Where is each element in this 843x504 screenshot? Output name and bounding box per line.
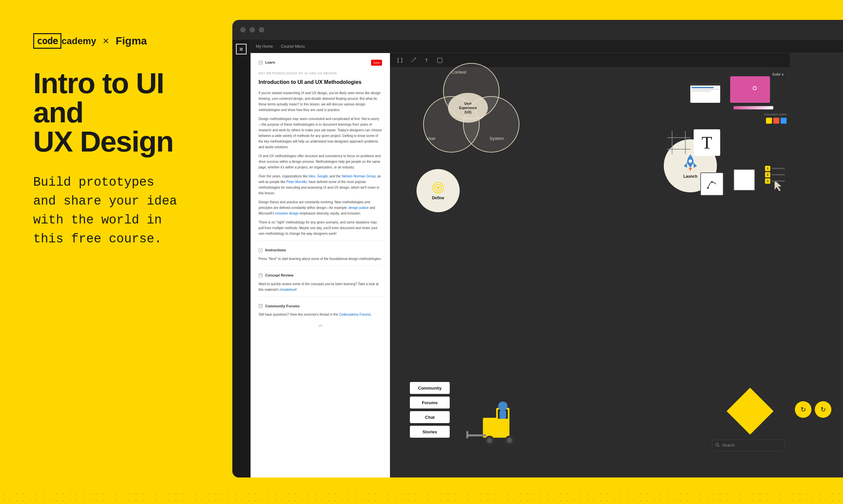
refresh-circle-2[interactable]: ↻: [815, 401, 831, 418]
lesson-para-2: Design methodologies may seem convoluted…: [259, 116, 382, 150]
lesson-para-1: If you've started researching UI and UX …: [259, 90, 382, 113]
instructions-section[interactable]: ✓ Instructions: [259, 245, 382, 256]
figma-logo: Figma: [116, 35, 147, 47]
svg-rect-28: [499, 411, 506, 419]
figma-pen-box: [700, 173, 724, 196]
browser-dot-1: [240, 27, 246, 33]
refresh-circle-1[interactable]: ↻: [795, 401, 811, 418]
nav-myhome[interactable]: My Home: [256, 44, 273, 49]
community-button[interactable]: Community: [410, 382, 450, 394]
lesson-para-3: UI and UX methodologies offer structure …: [259, 153, 382, 170]
chat-button[interactable]: Chat: [410, 411, 450, 423]
logo-bar: codecademy × Figma: [33, 33, 219, 49]
lesson-header: ☐ Learn Save: [259, 60, 382, 66]
solid-dropdown[interactable]: Solid ∨: [769, 71, 787, 77]
instructions-icon: ✓: [259, 248, 262, 252]
instructions-text: Press "Next" to start learning about som…: [259, 256, 382, 262]
venn-ux-label: UserExperience(UX): [459, 102, 477, 114]
figma-pink-rect: [730, 76, 770, 103]
stories-button[interactable]: Stories: [410, 426, 450, 438]
page-number: 1/9: [259, 321, 382, 330]
community-section: Community Forums Chat Stories: [410, 382, 450, 438]
app-sidebar: ⊡: [232, 40, 251, 478]
sidebar-logo: ⊡: [236, 44, 246, 54]
forums-button[interactable]: Forums: [410, 397, 450, 409]
svg-rect-22: [466, 431, 468, 438]
figma-square-element: [734, 169, 755, 191]
lesson-para-5: Design theory and practice are constantl…: [259, 199, 382, 216]
browser-container: ⊡ My Home Course Menu ☐ Learn Save KEY M…: [232, 20, 843, 478]
figma-text-element: T: [694, 129, 720, 156]
learn-label: Learn: [265, 60, 275, 66]
search-bar[interactable]: Search: [712, 440, 785, 451]
app-nav-bar: My Home Course Menu: [251, 40, 843, 53]
concept-icon: ☐: [259, 273, 262, 277]
learn-icon: ☐: [259, 61, 262, 65]
browser-dot-3: [259, 27, 264, 33]
main-title: Intro to UI and UX Design: [33, 69, 219, 156]
svg-point-11: [689, 160, 692, 163]
svg-point-26: [507, 438, 512, 443]
app-main: My Home Course Menu ☐ Learn Save KEY MET…: [251, 40, 843, 478]
forklift-area: [463, 398, 523, 451]
svg-point-24: [487, 438, 492, 443]
browser-content: ⊡ My Home Course Menu ☐ Learn Save KEY M…: [232, 40, 843, 478]
svg-point-16: [711, 181, 713, 183]
cademy-text: cademy: [62, 36, 96, 47]
svg-rect-4: [398, 58, 398, 63]
figma-list-element: [690, 83, 720, 103]
lesson-title: Introduction to UI and UX Methodologies: [259, 78, 382, 87]
svg-point-27: [498, 401, 507, 411]
swatch-orange[interactable]: [773, 118, 779, 124]
figma-frame-element: [667, 131, 690, 154]
swatch-yellow[interactable]: [766, 118, 772, 124]
define-circle: Define: [416, 169, 460, 212]
browser-chrome: [232, 20, 843, 40]
left-section: codecademy × Figma Intro to UI and UX De…: [33, 33, 219, 248]
concept-review-label: Concept Review: [265, 273, 293, 278]
yellow-diamond: [726, 388, 773, 434]
community-forums-section[interactable]: ☐ Community Forums: [259, 301, 382, 312]
times-sign: ×: [103, 35, 109, 47]
figma-canvas: T: [390, 53, 843, 478]
subtitle: Build prototypesand share your ideawith …: [33, 173, 219, 248]
svg-line-30: [718, 446, 719, 447]
svg-point-17: [707, 187, 709, 189]
lesson-tag: KEY METHODOLOGIES OF UI AND UX DESIGN: [259, 71, 382, 76]
launch-label: Launch: [683, 174, 698, 179]
app-body: ☐ Learn Save KEY METHODOLOGIES OF UI AND…: [251, 53, 843, 478]
venn-system-label: System: [489, 136, 504, 141]
svg-point-6: [414, 58, 416, 59]
community-forums-label: Community Forums: [265, 303, 300, 309]
browser-dot-2: [250, 27, 255, 33]
concept-review-section[interactable]: ☐ Concept Review: [259, 270, 382, 281]
code-logo-box: code: [33, 33, 62, 49]
svg-rect-5: [401, 58, 402, 63]
color-swatches: [766, 118, 787, 124]
venn-user-label: User: [427, 136, 435, 141]
define-label: Define: [432, 196, 444, 200]
gradient-bar[interactable]: [734, 106, 773, 109]
svg-point-10: [437, 186, 440, 189]
numbered-list: 1 2 3: [765, 166, 788, 184]
search-placeholder: Search: [722, 443, 735, 448]
venn-context-label: Context: [451, 70, 466, 75]
lesson-para-6: There is no "right" methodology for any …: [259, 219, 382, 236]
community-icon: ☐: [259, 304, 262, 308]
venn-diagram: Context User System UserExperience(UX): [416, 60, 529, 159]
search-icon: [716, 442, 720, 448]
lesson-para-4: Over the years, organizations like Ideo,…: [259, 174, 382, 196]
lesson-panel: ☐ Learn Save KEY METHODOLOGIES OF UI AND…: [251, 53, 390, 478]
swatch-blue[interactable]: [780, 118, 787, 124]
svg-point-29: [716, 443, 719, 446]
instructions-label: Instructions: [265, 247, 286, 253]
concept-review-text: Want to quickly review some of the conce…: [259, 281, 382, 292]
save-button[interactable]: Save: [371, 60, 382, 66]
community-forums-text: Still have questions? View this exercise…: [259, 312, 382, 317]
frame-tool[interactable]: [395, 56, 405, 65]
codecademy-logo: codecademy: [33, 33, 96, 49]
nav-coursemenu[interactable]: Course Menu: [281, 44, 305, 49]
document-colors-label: Document colors: [764, 113, 787, 116]
svg-rect-21: [466, 434, 486, 436]
color-handle[interactable]: [753, 86, 757, 90]
